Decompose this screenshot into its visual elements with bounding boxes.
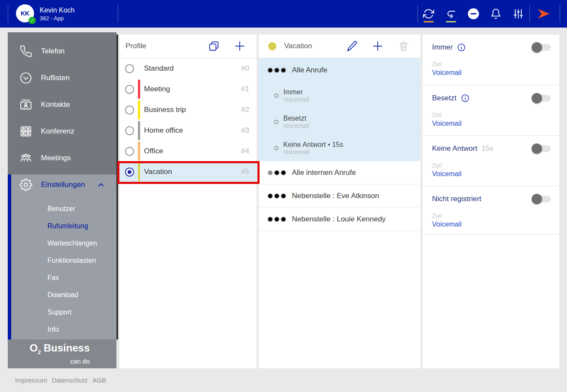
topbar-divider [560,5,560,22]
profile-row-vacation[interactable]: Vacation #5 [119,162,257,182]
target-voicemail-link[interactable]: Voicemail [432,69,461,84]
do-not-disturb-icon[interactable] [468,8,479,19]
panel-title: Keine Antwort [432,144,477,153]
contacts-card-icon [19,98,32,111]
rules-column: Vacation Alle Anrufe [259,34,420,368]
target-voicemail-link[interactable]: Voicemail [432,221,461,236]
o2-business-logo: O2 Business can do [8,339,116,368]
sidebar: Telefon Ruflisten Kontakte Konferenz Mee… [8,32,118,368]
profile-radio[interactable] [125,85,134,94]
topbar-actions [417,0,529,28]
condition-target: Voicemail [283,122,309,130]
rule-label: Alle internen Anrufe [292,168,356,177]
settings-item-benutzer[interactable]: Benutzer [11,200,116,218]
toggle-besetzt[interactable] [533,95,551,102]
condition-row-besetzt[interactable]: Besetzt Voicemail [259,109,420,135]
toggle-keine-antwort[interactable] [533,145,551,152]
sidebar-label: Konferenz [41,127,75,136]
sidebar-item-konferenz[interactable]: Konferenz [8,118,116,145]
app-root: KK ✓ Kevin Koch 382 - App [0,0,567,392]
meetings-people-icon [19,152,32,165]
sidebar-item-meetings[interactable]: Meetings [8,145,116,171]
filters-sliders-icon[interactable] [513,8,524,19]
sidebar-item-ruflisten[interactable]: Ruflisten [8,65,116,91]
profile-radio[interactable] [125,106,134,115]
panel-title: Nicht registriert [432,195,481,203]
detail-panel-nicht-registriert: Nicht registriert Ziel Voicemail [423,186,559,235]
footer-link-datenschutz[interactable]: Datenschutz [52,376,88,384]
settings-item-info[interactable]: Info [11,321,116,338]
send-arrow-icon[interactable] [536,6,551,21]
profile-number: #1 [241,85,257,93]
condition-target: Voicemail [283,96,309,103]
add-rule-icon[interactable] [372,40,383,52]
profile-row-meeting[interactable]: Meeting #1 [119,79,257,100]
profile-number: #3 [241,126,257,135]
profile-row-office[interactable]: Office #4 [119,141,257,162]
rule-row-alle-internen-anrufe[interactable]: Alle internen Anrufe [259,161,420,184]
rules-profile-name: Vacation [284,42,312,50]
target-voicemail-link[interactable]: Voicemail [432,170,461,186]
profile-number: #4 [241,147,257,156]
rule-row-nebenstelle-louie-kennedy[interactable]: Nebenstelle : Louie Kennedy [259,208,420,231]
panel-title: Immer [432,43,453,52]
user-avatar[interactable]: KK ✓ [16,4,35,23]
details-column: Immer Ziel Voicemail Besetzt Ziel Voicem… [423,34,559,368]
info-icon[interactable] [457,43,466,52]
profile-label: Vacation [144,168,172,176]
footer-link-agb[interactable]: AGB [93,376,107,384]
profile-label: Office [144,147,163,156]
rule-row-nebenstelle-eve-atkinson[interactable]: Nebenstelle : Eve Atkinson [259,184,420,208]
notifications-bell-icon[interactable] [490,8,501,19]
info-icon[interactable] [461,94,470,103]
delete-trash-icon[interactable] [398,40,409,52]
selected-rule-block: Alle Anrufe Immer Voicemail Besetzt Voic… [259,58,420,161]
profile-radio[interactable] [125,147,134,156]
profile-label: Home office [144,126,183,135]
add-profile-icon[interactable] [234,40,245,52]
profile-radio-selected[interactable] [125,168,134,177]
settings-item-download[interactable]: Download [11,286,116,304]
chevron-up-icon [97,180,105,189]
circles-first-filled-icon [267,170,286,176]
copy-profile-icon[interactable] [208,40,219,52]
profile-number: #0 [241,64,257,73]
sidebar-settings-section: Einstellungen Benutzer Rufumleitung Wart… [8,174,116,339]
sidebar-main-nav: Telefon Ruflisten Kontakte Konferenz Mee… [8,32,116,174]
settings-item-fax[interactable]: Fax [11,269,116,286]
profile-radio[interactable] [125,64,134,73]
phone-icon [19,45,32,58]
sidebar-label: Telefon [41,47,65,56]
sidebar-item-kontakte[interactable]: Kontakte [8,91,116,118]
condition-title: Besetzt [283,114,309,122]
call-forward-icon[interactable] [445,8,457,19]
rule-row-alle-anrufe[interactable]: Alle Anrufe [259,58,420,82]
condition-row-immer[interactable]: Immer Voicemail [259,82,420,109]
settings-item-warteschlangen[interactable]: Warteschlangen [11,235,116,252]
settings-item-rufumleitung[interactable]: Rufumleitung [11,218,116,235]
toggle-nicht-registriert[interactable] [533,196,551,202]
settings-item-funktionstasten[interactable]: Funktionstasten [11,252,116,269]
profile-row-home-office[interactable]: Home office #3 [119,120,257,141]
sidebar-item-einstellungen[interactable]: Einstellungen [11,174,116,195]
condition-row-keine-antwort[interactable]: Keine Antwort • 15s Voicemail [259,135,420,161]
profile-number: #5 [241,168,257,176]
profile-label: Standard [144,64,174,73]
profile-color-dot [268,42,276,50]
profile-radio[interactable] [125,126,134,135]
edit-pencil-icon[interactable] [346,40,357,52]
target-label: Ziel [432,162,551,169]
sync-icon[interactable] [423,8,434,19]
topbar-divider [529,5,530,22]
timeout-value: 15s [482,144,493,153]
target-voicemail-link[interactable]: Voicemail [432,120,461,135]
toggle-immer[interactable] [533,44,551,51]
conference-grid-icon [19,125,32,138]
profile-color-stripe [138,121,140,140]
settings-item-support[interactable]: Support [11,304,116,321]
user-info[interactable]: Kevin Koch 382 - App [40,0,75,28]
sidebar-item-telefon[interactable]: Telefon [8,38,116,65]
footer-link-impressum[interactable]: Impressum [15,376,47,384]
profile-row-business-trip[interactable]: Business trip #2 [119,100,257,120]
profile-row-standard[interactable]: Standard #0 [119,58,257,79]
